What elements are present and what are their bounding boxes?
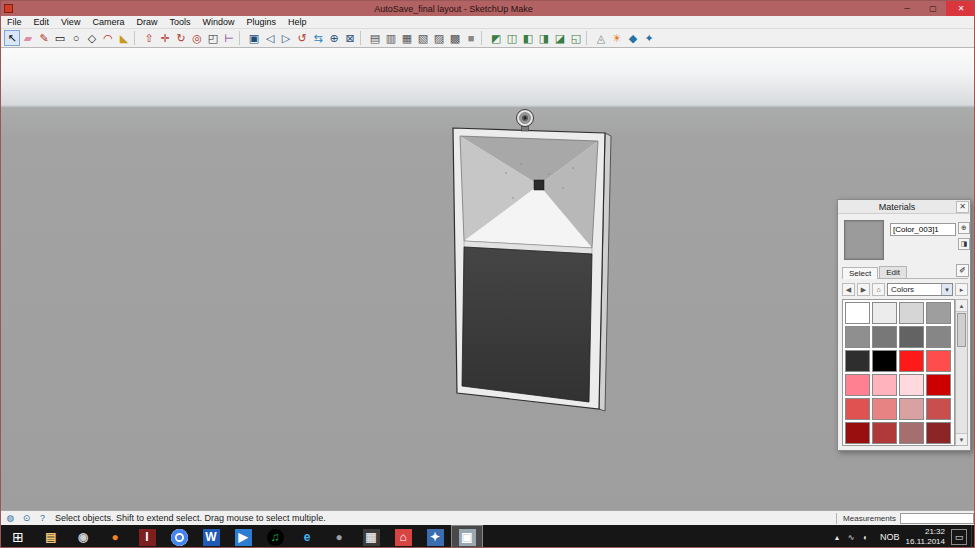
taskbar-app-spotify[interactable]: ♫ bbox=[259, 525, 291, 548]
chevron-down-icon[interactable]: ▾ bbox=[941, 284, 952, 295]
color-swatch-9[interactable] bbox=[872, 350, 897, 372]
scroll-up-icon[interactable]: ▲ bbox=[956, 300, 967, 312]
taskbar-app-calculator[interactable]: ▦ bbox=[355, 525, 387, 548]
secondary-pane-button[interactable]: ◨ bbox=[958, 238, 970, 250]
back-edges-style[interactable]: ▥ bbox=[383, 30, 399, 46]
material-name-field[interactable] bbox=[890, 223, 956, 236]
push-pull-tool[interactable]: ⇧ bbox=[141, 30, 157, 46]
color-swatch-14[interactable] bbox=[899, 374, 924, 396]
color-swatch-0[interactable] bbox=[845, 302, 870, 324]
color-swatch-12[interactable] bbox=[845, 374, 870, 396]
move-tool[interactable]: ✛ bbox=[157, 30, 173, 46]
home-icon[interactable]: ⌂ bbox=[872, 283, 885, 296]
start-button[interactable]: ⊞ bbox=[1, 525, 35, 548]
color-swatch-4[interactable] bbox=[845, 326, 870, 348]
menu-view[interactable]: View bbox=[55, 17, 86, 27]
taskbar-app-obs[interactable]: ◉ bbox=[67, 525, 99, 548]
taskbar-clock[interactable]: 21:32 16.11.2014 bbox=[906, 527, 945, 547]
color-swatch-10[interactable] bbox=[899, 350, 924, 372]
top-view[interactable]: ◫ bbox=[504, 30, 520, 46]
taskbar-app-file-explorer[interactable]: ▤ bbox=[35, 525, 67, 548]
color-swatch-8[interactable] bbox=[845, 350, 870, 372]
forward-arrow-icon[interactable]: ▶ bbox=[857, 283, 870, 296]
rotate-tool[interactable]: ↻ bbox=[173, 30, 189, 46]
close-button[interactable]: ✕ bbox=[946, 1, 975, 16]
zoom-previous-tool[interactable]: ◁ bbox=[262, 30, 278, 46]
color-swatch-2[interactable] bbox=[899, 302, 924, 324]
shaded-style[interactable]: ▨ bbox=[431, 30, 447, 46]
taskbar-app-sketchup[interactable]: ⌂ bbox=[387, 525, 419, 548]
materials-tab-select[interactable]: Select bbox=[842, 267, 878, 279]
language-indicator[interactable]: NOB bbox=[880, 532, 900, 542]
shadows-toggle[interactable]: ☀ bbox=[609, 30, 625, 46]
materials-panel[interactable]: Materials ✕ ⊕ ◨ SelectEdit ✐ ◀ ▶ ⌂ Color… bbox=[837, 199, 971, 451]
color-swatch-16[interactable] bbox=[845, 398, 870, 420]
back-view[interactable]: ◪ bbox=[552, 30, 568, 46]
credits-icon[interactable]: ⊙ bbox=[20, 512, 33, 525]
color-swatch-3[interactable] bbox=[926, 302, 951, 324]
shaded-textures-style[interactable]: ▩ bbox=[447, 30, 463, 46]
color-swatch-22[interactable] bbox=[899, 422, 924, 444]
pan-tool[interactable]: ⇆ bbox=[310, 30, 326, 46]
color-swatch-23[interactable] bbox=[926, 422, 951, 444]
polygon-tool[interactable]: ◇ bbox=[84, 30, 100, 46]
menu-window[interactable]: Window bbox=[196, 17, 240, 27]
color-swatch-7[interactable] bbox=[926, 326, 951, 348]
eraser-tool[interactable]: ▰ bbox=[20, 30, 36, 46]
back-arrow-icon[interactable]: ◀ bbox=[842, 283, 855, 296]
create-material-button[interactable]: ⊕ bbox=[958, 222, 970, 234]
taskbar-app-visual-studio[interactable]: ✦ bbox=[419, 525, 451, 548]
arc-tool[interactable]: ◠ bbox=[100, 30, 116, 46]
color-swatch-11[interactable] bbox=[926, 350, 951, 372]
color-swatch-6[interactable] bbox=[899, 326, 924, 348]
action-center-icon[interactable]: ▭ bbox=[951, 529, 967, 545]
maximize-button[interactable]: ▢ bbox=[920, 1, 946, 16]
x-ray-style[interactable]: ▤ bbox=[367, 30, 383, 46]
taskbar-app-movie-maker[interactable]: ▶ bbox=[227, 525, 259, 548]
menu-tools[interactable]: Tools bbox=[163, 17, 196, 27]
wireframe-style[interactable]: ▦ bbox=[399, 30, 415, 46]
color-swatch-20[interactable] bbox=[845, 422, 870, 444]
speaker-lower-panel[interactable] bbox=[462, 247, 592, 402]
zoom-window-tool[interactable]: ▣ bbox=[246, 30, 262, 46]
extension-warehouse[interactable]: ✦ bbox=[641, 30, 657, 46]
collection-dropdown[interactable]: Colors ▾ bbox=[887, 283, 953, 296]
window-title-bar[interactable]: AutoSave_final layout - SketchUp Make ─ … bbox=[1, 1, 975, 16]
orbit-tool[interactable]: ↺ bbox=[294, 30, 310, 46]
help-icon[interactable]: ? bbox=[36, 512, 49, 525]
zoom-extents-tool[interactable]: ⊠ bbox=[342, 30, 358, 46]
taskbar-app-internet-explorer[interactable]: e bbox=[291, 525, 323, 548]
hidden-line-style[interactable]: ▧ bbox=[415, 30, 431, 46]
zoom-next-tool[interactable]: ▷ bbox=[278, 30, 294, 46]
iso-view[interactable]: ◩ bbox=[488, 30, 504, 46]
tape-measure-tool[interactable]: ⊢ bbox=[221, 30, 237, 46]
taskbar-app-photos[interactable]: ▣ bbox=[451, 525, 483, 548]
offset-tool[interactable]: ◎ bbox=[189, 30, 205, 46]
left-view[interactable]: ◱ bbox=[568, 30, 584, 46]
materials-tab-edit[interactable]: Edit bbox=[879, 266, 907, 278]
menu-edit[interactable]: Edit bbox=[28, 17, 56, 27]
show-desktop-button[interactable] bbox=[971, 525, 975, 548]
scale-tool[interactable]: ◰ bbox=[205, 30, 221, 46]
network-icon[interactable]: ∿ bbox=[844, 533, 858, 542]
right-view[interactable]: ◨ bbox=[536, 30, 552, 46]
measurements-input[interactable] bbox=[900, 513, 974, 524]
geolocation-icon[interactable]: ◍ bbox=[4, 512, 17, 525]
rectangle-tool[interactable]: ▭ bbox=[52, 30, 68, 46]
model-viewport[interactable]: Materials ✕ ⊕ ◨ SelectEdit ✐ ◀ ▶ ⌂ Color… bbox=[1, 48, 975, 510]
color-swatch-15[interactable] bbox=[926, 374, 951, 396]
select-tool[interactable]: ↖ bbox=[4, 30, 20, 46]
color-swatch-21[interactable] bbox=[872, 422, 897, 444]
menu-file[interactable]: File bbox=[1, 17, 28, 27]
taskbar-app-firefox[interactable]: ● bbox=[99, 525, 131, 548]
sample-paint-icon[interactable]: ✐ bbox=[956, 264, 969, 277]
color-swatch-13[interactable] bbox=[872, 374, 897, 396]
materials-panel-header[interactable]: Materials ✕ bbox=[838, 200, 970, 214]
zoom-tool[interactable]: ⊕ bbox=[326, 30, 342, 46]
minimize-button[interactable]: ─ bbox=[894, 1, 920, 16]
taskbar-app-infrarecorder[interactable]: I bbox=[131, 525, 163, 548]
color-swatch-17[interactable] bbox=[872, 398, 897, 420]
menu-draw[interactable]: Draw bbox=[130, 17, 163, 27]
3d-warehouse[interactable]: ◆ bbox=[625, 30, 641, 46]
scroll-thumb[interactable] bbox=[957, 313, 966, 347]
